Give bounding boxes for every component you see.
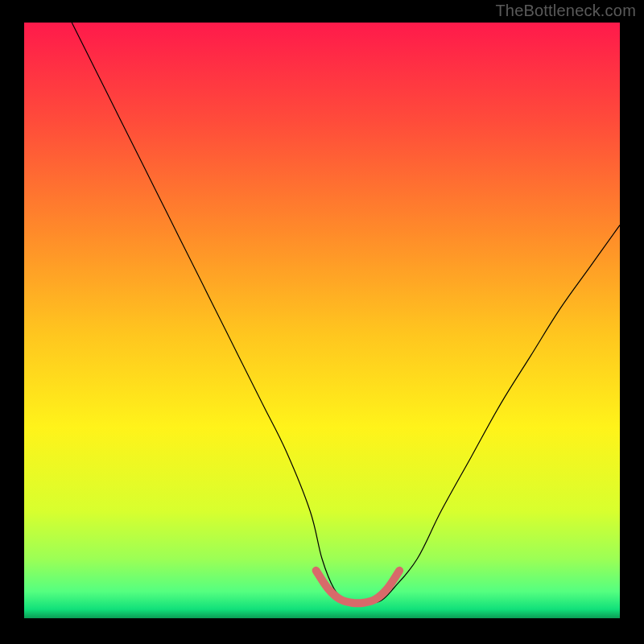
chart-frame: TheBottleneck.com xyxy=(0,0,644,644)
bottleneck-chart xyxy=(24,23,620,618)
gradient-background xyxy=(24,23,620,618)
watermark-label: TheBottleneck.com xyxy=(495,2,636,20)
plot-area xyxy=(24,23,620,618)
